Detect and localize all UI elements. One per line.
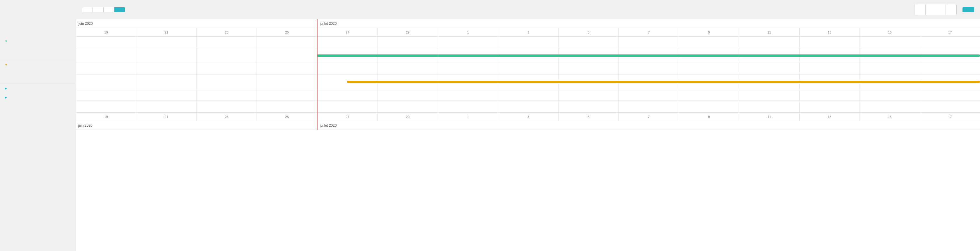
chevron-right-icon-draft: ▶ [5,87,7,90]
gantt-cell [136,89,196,101]
gantt-section-row-draft [76,89,980,101]
gantt-cell [76,89,136,101]
gantt-cell [859,89,920,101]
gantt-header-months-top: juin 2020juillet 2020 [76,19,980,28]
gantt-cell [799,37,859,48]
gantt-cell [377,63,438,74]
gantt-cell [859,63,920,74]
gantt-cell [859,101,920,112]
day-cell-bottom-13: 13 [799,113,859,121]
gantt-cell [76,37,136,48]
add-variation-button[interactable] [963,7,974,12]
day-cell-top-9: 9 [679,28,739,36]
day-cell-top-29: 29 [377,28,438,36]
day-cell-bottom-15: 15 [859,113,920,121]
year-nav [915,4,957,15]
gantt-cell [136,48,196,63]
chevron-right-icon-archived: ▶ [5,96,7,99]
gantt-cell [739,63,799,74]
day-cell-bottom-5: 5 [558,113,619,121]
gantt-cell [317,37,377,48]
month-label-jun-bottom: juin 2020 [76,121,92,130]
gantt-cell [619,37,679,48]
gantt-cell [498,89,558,101]
year-minus-button[interactable] [915,5,926,15]
gantt-cell [679,89,739,101]
toolbar [0,0,980,19]
view-btn-1month[interactable] [115,7,125,12]
gantt-cell [317,89,377,101]
gantt-cell [739,37,799,48]
gantt-cell [377,37,438,48]
gantt-cell [679,63,739,74]
gantt-cell [739,89,799,101]
day-cell-top-17: 17 [920,28,980,36]
gantt-cell [438,37,498,48]
sidebar: ▼ ▼ ▶ ▶ [0,19,76,251]
view-btn-3months[interactable] [103,7,115,12]
day-cell-bottom-29: 29 [377,113,438,121]
gantt-cell [256,89,317,101]
day-cell-bottom-7: 7 [619,113,679,121]
day-cell-top-25: 25 [256,28,317,36]
gantt-cell [619,89,679,101]
chevron-down-icon: ▼ [5,39,8,43]
gantt-cell [619,63,679,74]
year-plus-button[interactable] [946,5,956,15]
sidebar-section-archived[interactable]: ▶ [0,93,76,102]
day-cell-bottom-17: 17 [920,113,980,121]
gantt-cell [256,74,317,89]
gantt-cell [76,48,136,63]
gantt-cell [679,101,739,112]
day-cell-top-3: 3 [498,28,558,36]
gantt-cell [739,101,799,112]
gantt-cell [317,101,377,112]
gantt-cell [256,48,317,63]
day-cell-top-19: 19 [76,28,136,36]
gantt-row-test-io [76,48,980,63]
day-cell-top-13: 13 [799,28,859,36]
gantt-cell [76,63,136,74]
view-btn-6months[interactable] [93,7,103,12]
day-cell-bottom-23: 23 [196,113,256,121]
day-cell-top-21: 21 [136,28,196,36]
gantt-bar-grow-testio [317,54,980,57]
gantt-cell [136,74,196,89]
day-cell-bottom-19: 19 [76,113,136,121]
gantt-cell [619,101,679,112]
month-label-jun: juin 2020 [76,19,93,28]
gantt-cell [76,101,136,112]
gantt-header-months-bottom: juin 2020juillet 2020 [76,121,980,130]
gantt-section-row-archived [76,101,980,112]
gantt-cell [256,101,317,112]
gantt-wrapper: juin 2020juillet 2020 192123252729135791… [76,19,980,130]
gantt-cell [136,37,196,48]
gantt-cell [679,37,739,48]
day-cell-bottom-25: 25 [256,113,317,121]
view-btn-1year[interactable] [82,7,93,12]
gantt-cell [196,48,256,63]
gantt-cell [498,63,558,74]
gantt-cell [558,63,619,74]
gantt-cell [196,101,256,112]
gantt-bar-grow-sales [347,81,980,83]
sidebar-section-published[interactable]: ▼ [0,37,76,46]
gantt-footer-days: 1921232527291357911131517 [76,112,980,121]
gantt-header-days: 1921232527291357911131517 [76,28,980,37]
gantt-cell [136,63,196,74]
gantt-cell [256,37,317,48]
gantt-cell [558,37,619,48]
gantt-cell [920,37,980,48]
gantt-cell [799,101,859,112]
day-cell-top-15: 15 [859,28,920,36]
month-label-jul: juillet 2020 [317,19,336,28]
day-cell-top-5: 5 [558,28,619,36]
sidebar-item-test-io [0,46,76,60]
gantt-cell [920,89,980,101]
gantt-cell [799,63,859,74]
gantt-cell [558,101,619,112]
sidebar-section-planned[interactable]: ▼ [0,60,76,69]
gantt-cell [859,37,920,48]
sidebar-section-draft[interactable]: ▶ [0,84,76,93]
gantt-cell [920,101,980,112]
